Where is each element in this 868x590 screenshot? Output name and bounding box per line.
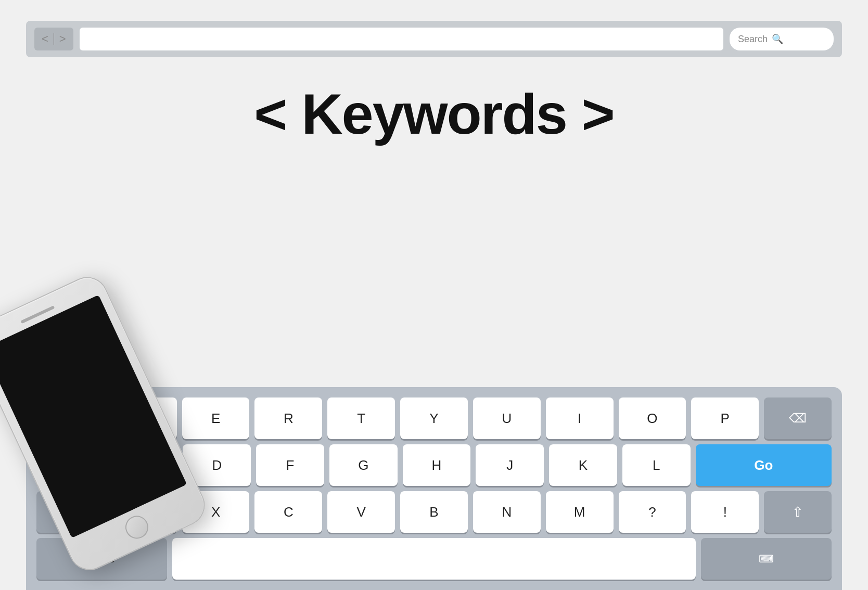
keyboard-bottom-row: .?123 ⌨ [36, 538, 832, 590]
key-k[interactable]: K [549, 444, 617, 486]
search-box[interactable]: Search 🔍 [730, 28, 834, 50]
key-backspace[interactable]: ⌫ [764, 397, 832, 439]
key-shift-right[interactable]: ⇧ [764, 491, 832, 533]
key-j[interactable]: J [476, 444, 544, 486]
key-exclaim[interactable]: ! [691, 491, 759, 533]
key-b[interactable]: B [400, 491, 468, 533]
key-g[interactable]: G [329, 444, 398, 486]
search-icon: 🔍 [772, 33, 783, 45]
key-o[interactable]: O [619, 397, 686, 439]
key-n[interactable]: N [473, 491, 541, 533]
key-p[interactable]: P [691, 397, 759, 439]
key-l[interactable]: L [622, 444, 691, 486]
key-c[interactable]: C [254, 491, 322, 533]
shift-right-icon: ⇧ [792, 504, 803, 520]
key-f[interactable]: F [256, 444, 324, 486]
nav-buttons: < > [34, 28, 73, 50]
key-h[interactable]: H [403, 444, 471, 486]
key-r[interactable]: R [254, 397, 322, 439]
forward-button[interactable]: > [59, 33, 66, 45]
key-y[interactable]: Y [400, 397, 468, 439]
keyboard-dismiss-icon: ⌨ [759, 553, 774, 565]
key-t[interactable]: T [327, 397, 395, 439]
key-question[interactable]: ? [619, 491, 686, 533]
key-space[interactable] [172, 538, 695, 580]
key-m[interactable]: M [546, 491, 614, 533]
key-e[interactable]: E [182, 397, 250, 439]
key-v[interactable]: V [327, 491, 395, 533]
nav-divider [54, 33, 54, 45]
address-bar[interactable] [80, 28, 723, 50]
keywords-heading: < Keywords > [0, 81, 868, 147]
key-i[interactable]: I [546, 397, 614, 439]
key-go[interactable]: Go [696, 444, 832, 486]
backspace-icon: ⌫ [789, 411, 807, 426]
phone-home-button[interactable] [122, 512, 152, 542]
search-label: Search [738, 34, 768, 45]
back-button[interactable]: < [42, 33, 48, 45]
key-keyboard-icon[interactable]: ⌨ [701, 538, 832, 580]
key-u[interactable]: U [473, 397, 541, 439]
browser-bar: < > Search 🔍 [26, 21, 842, 57]
